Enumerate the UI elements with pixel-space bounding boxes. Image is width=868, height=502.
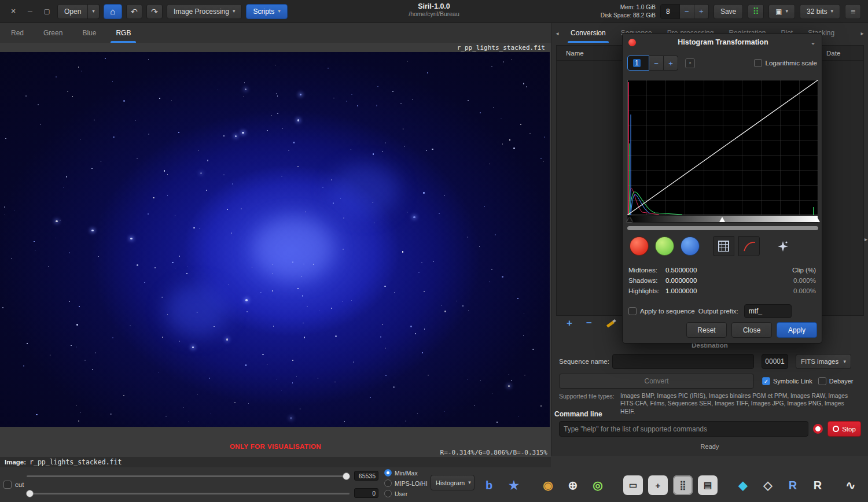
high-slider-handle[interactable]	[343, 473, 350, 480]
dock-star-icon[interactable]: ★	[504, 475, 524, 495]
histogram-scrollbar[interactable]	[627, 226, 818, 230]
dock-window-a-icon[interactable]: ▭	[623, 475, 643, 495]
help-lifebuoy-icon[interactable]	[813, 424, 823, 434]
open-dropdown-button[interactable]: ▾	[88, 4, 100, 19]
histogram-plot[interactable]	[627, 80, 818, 215]
clear-list-button[interactable]	[606, 318, 616, 328]
redo-button[interactable]: ↷	[146, 4, 163, 19]
tab-conversion[interactable]: Conversion	[563, 23, 613, 43]
user-radio[interactable]	[384, 490, 392, 497]
low-slider-handle[interactable]	[26, 490, 34, 497]
name-column-header[interactable]: Name	[557, 50, 584, 57]
highlights-value[interactable]: 1.0000000	[665, 287, 697, 294]
low-level-slider[interactable]	[27, 493, 350, 494]
dialog-header[interactable]: Histogram Transformation ⌄	[623, 34, 822, 51]
red-channel-toggle[interactable]	[630, 237, 649, 256]
threads-value[interactable]: 8	[660, 4, 680, 19]
midtones-value[interactable]: 0.5000000	[665, 267, 697, 274]
open-button[interactable]: Open	[57, 4, 88, 19]
image-processing-menu-button[interactable]: Image Processing▾	[167, 4, 242, 19]
close-button[interactable]: Close	[731, 322, 772, 338]
zoom-decrement-button[interactable]: −	[649, 56, 664, 71]
threads-increment-button[interactable]: +	[694, 4, 709, 19]
hamburger-menu-button[interactable]: ≡	[845, 4, 861, 19]
image-viewport[interactable]: r_pp_lights_stacked.fit ONLY FOR VISUALI…	[0, 43, 551, 457]
command-input[interactable]	[559, 421, 808, 437]
dock-globe-icon[interactable]: ⊕	[563, 475, 583, 495]
symbolic-link-checkbox[interactable]: ✓	[762, 377, 770, 385]
stop-button[interactable]: Stop	[827, 421, 861, 437]
dock-r-blue-icon[interactable]: R	[783, 475, 803, 495]
green-channel-toggle[interactable]	[655, 237, 674, 256]
dock-peaks-icon[interactable]: ∿	[841, 475, 860, 495]
remove-files-button[interactable]: −	[586, 318, 592, 329]
home-button[interactable]: ⌂	[104, 4, 122, 19]
tab-rgb[interactable]: RGB	[106, 23, 141, 43]
blue-channel-toggle[interactable]	[681, 237, 700, 256]
tabs-scroll-left-icon[interactable]: ◂	[551, 23, 563, 43]
debayer-checkbox[interactable]	[818, 377, 826, 385]
tabs-scroll-right-icon[interactable]: ▸	[856, 23, 868, 43]
bitdepth-dropdown[interactable]: 32 bits▾	[800, 4, 840, 19]
image-canvas[interactable]	[0, 52, 550, 427]
reset-button[interactable]: Reset	[686, 322, 727, 338]
apply-button[interactable]: Apply	[777, 322, 817, 338]
dock-window-one-icon[interactable]: ▤	[698, 475, 718, 495]
tab-red[interactable]: Red	[1, 23, 34, 43]
grid-toggle-button[interactable]	[713, 236, 734, 256]
shadows-value[interactable]: 0.0000000	[665, 277, 697, 284]
threads-decrement-button[interactable]: −	[680, 4, 694, 19]
minimize-icon[interactable]: ─	[24, 8, 36, 15]
scrollbar-thumb[interactable]	[627, 226, 818, 230]
dock-app-b-icon[interactable]: b	[479, 475, 499, 495]
low-level-value[interactable]: 0	[354, 488, 378, 498]
image-export-button[interactable]: ▣▾	[768, 4, 795, 19]
cut-checkbox[interactable]	[3, 481, 12, 489]
chevron-down-icon[interactable]: ⌄	[810, 38, 816, 46]
maximize-icon[interactable]: ▢	[41, 8, 53, 15]
scale-option-minmax[interactable]: Min/Max	[384, 469, 418, 477]
tab-green[interactable]: Green	[34, 23, 72, 43]
scale-option-user[interactable]: User	[384, 490, 407, 497]
output-prefix-input[interactable]	[744, 304, 792, 318]
snapshot-button[interactable]: ⠿	[748, 4, 764, 19]
logarithmic-scale-checkbox[interactable]	[754, 59, 762, 67]
mips-radio[interactable]	[384, 479, 392, 487]
high-level-slider[interactable]	[27, 475, 350, 477]
sequence-name-input[interactable]	[612, 354, 754, 369]
dock-gem-cyan-icon[interactable]: ◆	[733, 475, 753, 495]
cut-option[interactable]: cut	[3, 481, 24, 489]
zoom-increment-button[interactable]: +	[664, 56, 678, 71]
panel-collapse-icon[interactable]: ▸	[865, 236, 867, 242]
tab-blue[interactable]: Blue	[72, 23, 106, 43]
logarithmic-scale-option[interactable]: Logarithmic scale	[754, 59, 817, 67]
save-button[interactable]: Save	[713, 4, 743, 19]
auto-stretch-button[interactable]	[772, 236, 793, 256]
scripts-menu-button[interactable]: Scripts▾	[246, 4, 287, 19]
dock-galaxy-icon[interactable]: ◉	[538, 475, 558, 495]
minmax-radio[interactable]	[384, 469, 392, 477]
start-index-input[interactable]	[762, 354, 788, 369]
debayer-option[interactable]: Debayer	[818, 377, 854, 385]
display-mode-dropdown[interactable]: Histogram▾	[431, 475, 475, 490]
scale-option-mips[interactable]: MIPS-LO/HI	[384, 479, 428, 487]
highlights-marker[interactable]	[814, 217, 820, 222]
dock-window-b-icon[interactable]: +	[648, 475, 668, 495]
convert-button[interactable]: Convert	[559, 374, 754, 389]
dock-target-icon[interactable]: ◎	[588, 475, 608, 495]
dock-window-grid-icon[interactable]: ⣿	[673, 475, 693, 495]
zoom-reset-button[interactable]: ▫	[685, 58, 695, 68]
zoom-value[interactable]: 1	[627, 56, 649, 71]
curve-toggle-button[interactable]	[738, 236, 760, 256]
output-format-dropdown[interactable]: FITS images▾	[796, 354, 851, 369]
dock-gem-outline-icon[interactable]: ◇	[758, 475, 778, 495]
add-files-button[interactable]: +	[567, 318, 572, 329]
undo-button[interactable]: ↶	[126, 4, 142, 19]
high-level-value[interactable]: 65535	[354, 471, 378, 481]
date-column-header[interactable]: Date	[826, 50, 863, 57]
dock-r-white-icon[interactable]: R	[808, 475, 827, 495]
shadows-marker[interactable]	[627, 217, 632, 222]
apply-to-sequence-checkbox[interactable]	[628, 307, 637, 315]
midtones-marker[interactable]	[719, 217, 725, 222]
close-icon[interactable]: ✕	[7, 8, 20, 15]
